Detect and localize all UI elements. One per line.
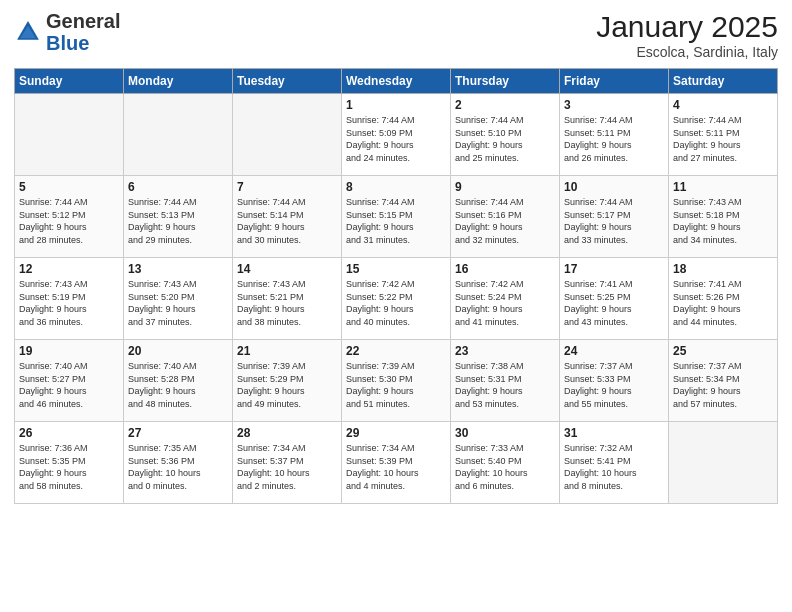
cell-info: Sunrise: 7:39 AM Sunset: 5:30 PM Dayligh… [346, 360, 446, 410]
day-number: 20 [128, 344, 228, 358]
logo-icon [14, 18, 42, 46]
calendar-cell: 12Sunrise: 7:43 AM Sunset: 5:19 PM Dayli… [15, 258, 124, 340]
calendar-cell: 13Sunrise: 7:43 AM Sunset: 5:20 PM Dayli… [124, 258, 233, 340]
cell-info: Sunrise: 7:34 AM Sunset: 5:39 PM Dayligh… [346, 442, 446, 492]
calendar-cell: 7Sunrise: 7:44 AM Sunset: 5:14 PM Daylig… [233, 176, 342, 258]
day-number: 29 [346, 426, 446, 440]
calendar-cell: 29Sunrise: 7:34 AM Sunset: 5:39 PM Dayli… [342, 422, 451, 504]
day-number: 3 [564, 98, 664, 112]
location: Escolca, Sardinia, Italy [596, 44, 778, 60]
day-number: 22 [346, 344, 446, 358]
calendar-cell [233, 94, 342, 176]
calendar-week-4: 19Sunrise: 7:40 AM Sunset: 5:27 PM Dayli… [15, 340, 778, 422]
day-number: 13 [128, 262, 228, 276]
day-header-monday: Monday [124, 69, 233, 94]
cell-info: Sunrise: 7:41 AM Sunset: 5:26 PM Dayligh… [673, 278, 773, 328]
cell-info: Sunrise: 7:42 AM Sunset: 5:22 PM Dayligh… [346, 278, 446, 328]
day-number: 4 [673, 98, 773, 112]
calendar-cell: 27Sunrise: 7:35 AM Sunset: 5:36 PM Dayli… [124, 422, 233, 504]
cell-info: Sunrise: 7:44 AM Sunset: 5:15 PM Dayligh… [346, 196, 446, 246]
calendar-table: SundayMondayTuesdayWednesdayThursdayFrid… [14, 68, 778, 504]
cell-info: Sunrise: 7:44 AM Sunset: 5:17 PM Dayligh… [564, 196, 664, 246]
cell-info: Sunrise: 7:44 AM Sunset: 5:13 PM Dayligh… [128, 196, 228, 246]
day-number: 8 [346, 180, 446, 194]
calendar-cell: 1Sunrise: 7:44 AM Sunset: 5:09 PM Daylig… [342, 94, 451, 176]
cell-info: Sunrise: 7:37 AM Sunset: 5:34 PM Dayligh… [673, 360, 773, 410]
day-number: 6 [128, 180, 228, 194]
calendar-cell: 9Sunrise: 7:44 AM Sunset: 5:16 PM Daylig… [451, 176, 560, 258]
day-header-tuesday: Tuesday [233, 69, 342, 94]
calendar-cell: 6Sunrise: 7:44 AM Sunset: 5:13 PM Daylig… [124, 176, 233, 258]
cell-info: Sunrise: 7:43 AM Sunset: 5:18 PM Dayligh… [673, 196, 773, 246]
cell-info: Sunrise: 7:40 AM Sunset: 5:28 PM Dayligh… [128, 360, 228, 410]
calendar-cell: 15Sunrise: 7:42 AM Sunset: 5:22 PM Dayli… [342, 258, 451, 340]
cell-info: Sunrise: 7:32 AM Sunset: 5:41 PM Dayligh… [564, 442, 664, 492]
day-number: 15 [346, 262, 446, 276]
calendar-week-2: 5Sunrise: 7:44 AM Sunset: 5:12 PM Daylig… [15, 176, 778, 258]
calendar-cell: 10Sunrise: 7:44 AM Sunset: 5:17 PM Dayli… [560, 176, 669, 258]
cell-info: Sunrise: 7:37 AM Sunset: 5:33 PM Dayligh… [564, 360, 664, 410]
day-number: 2 [455, 98, 555, 112]
calendar-cell: 4Sunrise: 7:44 AM Sunset: 5:11 PM Daylig… [669, 94, 778, 176]
cell-info: Sunrise: 7:39 AM Sunset: 5:29 PM Dayligh… [237, 360, 337, 410]
calendar-cell: 8Sunrise: 7:44 AM Sunset: 5:15 PM Daylig… [342, 176, 451, 258]
cell-info: Sunrise: 7:41 AM Sunset: 5:25 PM Dayligh… [564, 278, 664, 328]
cell-info: Sunrise: 7:43 AM Sunset: 5:19 PM Dayligh… [19, 278, 119, 328]
calendar-cell: 14Sunrise: 7:43 AM Sunset: 5:21 PM Dayli… [233, 258, 342, 340]
calendar-cell: 21Sunrise: 7:39 AM Sunset: 5:29 PM Dayli… [233, 340, 342, 422]
day-number: 18 [673, 262, 773, 276]
logo-blue: Blue [46, 32, 89, 54]
day-number: 28 [237, 426, 337, 440]
day-number: 11 [673, 180, 773, 194]
logo: General Blue [14, 10, 120, 54]
calendar-cell: 20Sunrise: 7:40 AM Sunset: 5:28 PM Dayli… [124, 340, 233, 422]
day-header-thursday: Thursday [451, 69, 560, 94]
day-number: 30 [455, 426, 555, 440]
day-number: 7 [237, 180, 337, 194]
calendar-cell [15, 94, 124, 176]
logo-text: General Blue [46, 10, 120, 54]
calendar-cell: 24Sunrise: 7:37 AM Sunset: 5:33 PM Dayli… [560, 340, 669, 422]
day-number: 12 [19, 262, 119, 276]
calendar-cell: 25Sunrise: 7:37 AM Sunset: 5:34 PM Dayli… [669, 340, 778, 422]
cell-info: Sunrise: 7:44 AM Sunset: 5:10 PM Dayligh… [455, 114, 555, 164]
day-number: 14 [237, 262, 337, 276]
calendar-header-row: SundayMondayTuesdayWednesdayThursdayFrid… [15, 69, 778, 94]
calendar-cell: 30Sunrise: 7:33 AM Sunset: 5:40 PM Dayli… [451, 422, 560, 504]
day-header-saturday: Saturday [669, 69, 778, 94]
cell-info: Sunrise: 7:44 AM Sunset: 5:14 PM Dayligh… [237, 196, 337, 246]
day-number: 17 [564, 262, 664, 276]
cell-info: Sunrise: 7:34 AM Sunset: 5:37 PM Dayligh… [237, 442, 337, 492]
calendar-week-3: 12Sunrise: 7:43 AM Sunset: 5:19 PM Dayli… [15, 258, 778, 340]
calendar-cell: 23Sunrise: 7:38 AM Sunset: 5:31 PM Dayli… [451, 340, 560, 422]
calendar-cell: 16Sunrise: 7:42 AM Sunset: 5:24 PM Dayli… [451, 258, 560, 340]
cell-info: Sunrise: 7:42 AM Sunset: 5:24 PM Dayligh… [455, 278, 555, 328]
day-number: 23 [455, 344, 555, 358]
cell-info: Sunrise: 7:35 AM Sunset: 5:36 PM Dayligh… [128, 442, 228, 492]
day-header-wednesday: Wednesday [342, 69, 451, 94]
cell-info: Sunrise: 7:44 AM Sunset: 5:11 PM Dayligh… [564, 114, 664, 164]
calendar-cell: 19Sunrise: 7:40 AM Sunset: 5:27 PM Dayli… [15, 340, 124, 422]
day-header-sunday: Sunday [15, 69, 124, 94]
calendar-cell: 3Sunrise: 7:44 AM Sunset: 5:11 PM Daylig… [560, 94, 669, 176]
calendar-cell: 26Sunrise: 7:36 AM Sunset: 5:35 PM Dayli… [15, 422, 124, 504]
calendar-cell [669, 422, 778, 504]
calendar-cell: 28Sunrise: 7:34 AM Sunset: 5:37 PM Dayli… [233, 422, 342, 504]
calendar-cell: 18Sunrise: 7:41 AM Sunset: 5:26 PM Dayli… [669, 258, 778, 340]
calendar-cell: 17Sunrise: 7:41 AM Sunset: 5:25 PM Dayli… [560, 258, 669, 340]
day-number: 24 [564, 344, 664, 358]
day-number: 19 [19, 344, 119, 358]
calendar-cell: 22Sunrise: 7:39 AM Sunset: 5:30 PM Dayli… [342, 340, 451, 422]
cell-info: Sunrise: 7:36 AM Sunset: 5:35 PM Dayligh… [19, 442, 119, 492]
day-number: 1 [346, 98, 446, 112]
cell-info: Sunrise: 7:43 AM Sunset: 5:21 PM Dayligh… [237, 278, 337, 328]
cell-info: Sunrise: 7:40 AM Sunset: 5:27 PM Dayligh… [19, 360, 119, 410]
logo-general: General [46, 10, 120, 32]
day-number: 9 [455, 180, 555, 194]
calendar-week-5: 26Sunrise: 7:36 AM Sunset: 5:35 PM Dayli… [15, 422, 778, 504]
cell-info: Sunrise: 7:33 AM Sunset: 5:40 PM Dayligh… [455, 442, 555, 492]
calendar-cell: 31Sunrise: 7:32 AM Sunset: 5:41 PM Dayli… [560, 422, 669, 504]
title-section: January 2025 Escolca, Sardinia, Italy [596, 10, 778, 60]
day-number: 5 [19, 180, 119, 194]
day-number: 16 [455, 262, 555, 276]
